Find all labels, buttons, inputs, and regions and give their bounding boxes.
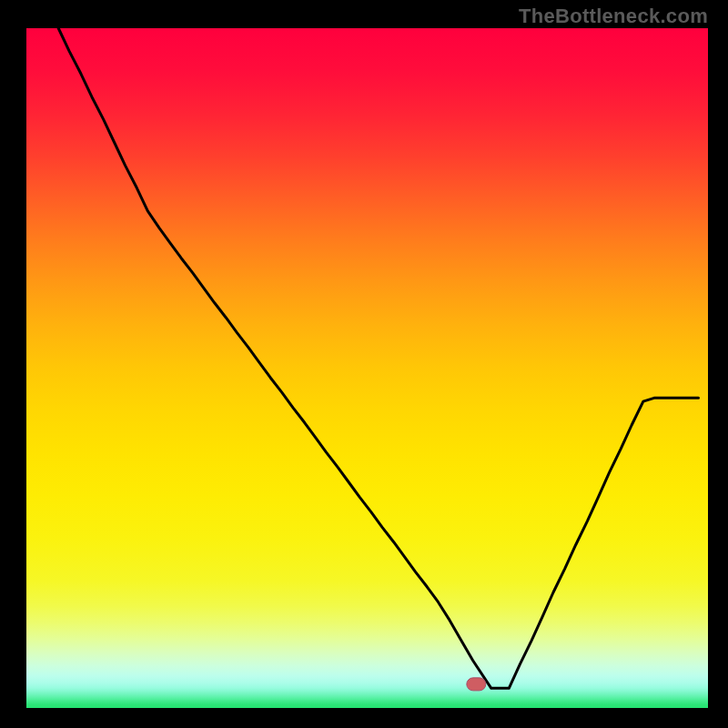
plot-background: [26, 28, 708, 708]
stage: TheBottleneck.com: [0, 0, 728, 728]
watermark-label: TheBottleneck.com: [519, 5, 708, 28]
bottleneck-plot: [0, 0, 728, 728]
optimal-point-marker: [467, 678, 486, 691]
